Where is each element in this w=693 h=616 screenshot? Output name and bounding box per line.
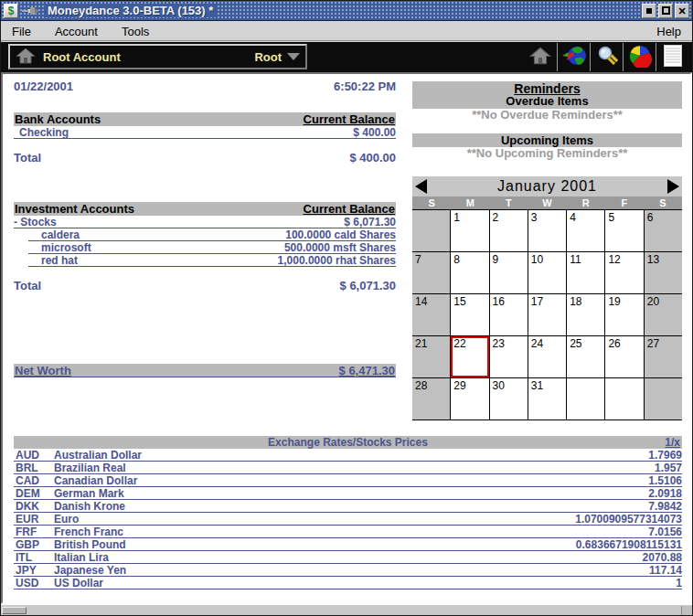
account-row[interactable]: red hat1,000.0000 rhat Shares — [28, 254, 396, 267]
calendar-day-13[interactable]: 13 — [645, 252, 682, 293]
account-link[interactable]: Checking — [14, 126, 69, 138]
calendar-day-16[interactable]: 16 — [490, 294, 528, 335]
account-row[interactable]: caldera100.0000 cald Shares — [28, 228, 396, 241]
no-upcoming-reminders-text: **No Upcoming Reminders** — [412, 147, 682, 160]
account-selector-dropdown[interactable]: Root Account Root — [8, 44, 307, 69]
exchange-rate-row[interactable]: GBPBritish Pound0.6836671908115131 — [14, 538, 682, 551]
account-link[interactable]: - Stocks — [14, 216, 57, 228]
calendar-day-21[interactable]: 21 — [412, 336, 450, 377]
calendar-day-number: 29 — [453, 379, 465, 392]
close-button[interactable]: ✕ — [675, 4, 689, 18]
scrollbar-thumb[interactable] — [2, 607, 27, 614]
currency-rate: 1.5106 — [648, 474, 682, 486]
titlebar[interactable]: $ Moneydance 3.0-BETA (153) * ✕ — [1, 1, 692, 21]
calendar-day-20[interactable]: 20 — [645, 294, 682, 335]
calendar-day-31[interactable]: 31 — [528, 378, 566, 420]
calendar-day-29[interactable]: 29 — [451, 378, 488, 420]
exchange-rate-row[interactable]: DKKDanish Krone7.9842 — [14, 500, 682, 513]
calendar-day-number: 7 — [415, 253, 421, 266]
calendar-day-1[interactable]: 1 — [451, 210, 488, 251]
calendar-day-10[interactable]: 10 — [528, 252, 566, 293]
calendar-day-7[interactable]: 7 — [412, 252, 450, 293]
calendar-day-number: 22 — [453, 337, 465, 350]
exchange-rate-row[interactable]: FRFFrench Franc7.0156 — [14, 526, 682, 538]
currency-rate: 2.0918 — [648, 487, 682, 499]
account-balance: $ 400.00 — [353, 126, 396, 138]
calendar-day-8[interactable]: 8 — [451, 252, 488, 293]
calendar-day-22[interactable]: 22 — [451, 336, 488, 377]
calendar-day-25[interactable]: 25 — [567, 336, 604, 377]
currency-name: French Franc — [54, 526, 648, 537]
maximize-button[interactable] — [658, 4, 673, 18]
currency-code: EUR — [14, 513, 54, 525]
account-row[interactable]: microsoft500.0000 msft Shares — [28, 241, 396, 254]
calendar-day-26[interactable]: 26 — [605, 336, 643, 377]
calendar-day-14[interactable]: 14 — [412, 294, 450, 335]
account-link[interactable]: microsoft — [28, 241, 91, 253]
calendar-day-number: 9 — [493, 253, 499, 266]
calendar-day-6[interactable]: 6 — [645, 210, 682, 251]
calendar-grid: 1234567891011121314151617181920212223242… — [412, 209, 682, 420]
calendar-day-18[interactable]: 18 — [567, 294, 604, 335]
calendar-day-number: 20 — [647, 295, 659, 308]
exchange-rate-row[interactable]: BRLBrazilian Real1.957 — [14, 462, 682, 474]
calendar-day-24[interactable]: 24 — [528, 336, 566, 377]
calendar-day-9[interactable]: 9 — [490, 252, 528, 293]
calendar-day-17[interactable]: 17 — [528, 294, 566, 335]
current-date: 01/22/2001 — [14, 80, 73, 93]
calendar-day-19[interactable]: 19 — [605, 294, 643, 335]
next-month-button[interactable] — [667, 179, 679, 194]
search-button[interactable] — [590, 43, 623, 71]
online-banking-button[interactable] — [557, 43, 590, 71]
exchange-rate-row[interactable]: DEMGerman Mark2.0918 — [14, 487, 682, 500]
calendar-day-11[interactable]: 11 — [567, 252, 604, 293]
resize-grip[interactable] — [681, 606, 692, 615]
bank-total-label: Total — [14, 152, 41, 165]
calendar-day-number: 21 — [415, 337, 427, 350]
account-row[interactable]: Checking$ 400.00 — [14, 126, 396, 139]
exchange-rate-row[interactable]: USDUS Dollar1 — [14, 577, 682, 589]
minimize-button[interactable] — [642, 4, 656, 18]
calendar-day-2[interactable]: 2 — [490, 210, 528, 251]
exchange-rate-row[interactable]: JPYJapanese Yen117.14 — [14, 564, 682, 577]
calendar-day-5[interactable]: 5 — [605, 210, 643, 251]
home-button[interactable] — [524, 43, 557, 71]
exchange-rate-row[interactable]: CADCanadian Dollar1.5106 — [14, 474, 682, 487]
account-link[interactable]: caldera — [28, 228, 80, 240]
menu-tools[interactable]: Tools — [122, 25, 149, 38]
register-button[interactable] — [656, 43, 688, 71]
calendar-day-30[interactable]: 30 — [490, 378, 528, 420]
menu-account[interactable]: Account — [55, 25, 98, 38]
previous-month-button[interactable] — [415, 179, 427, 194]
account-link[interactable]: red hat — [28, 254, 78, 266]
menu-help[interactable]: Help — [656, 25, 681, 38]
menu-file[interactable]: File — [12, 25, 31, 38]
calendar-day-15[interactable]: 15 — [451, 294, 488, 335]
exchange-rate-row[interactable]: EUREuro1.0700909577314073 — [14, 513, 682, 526]
home-icon — [16, 48, 36, 67]
rate-column-header[interactable]: 1/x — [665, 436, 680, 449]
calendar-day-12[interactable]: 12 — [605, 252, 643, 293]
exchange-rate-row[interactable]: AUDAustralian Dollar1.7969 — [14, 449, 682, 462]
pushpin-icon[interactable] — [22, 6, 40, 16]
calendar-title-bar: January 2001 — [412, 176, 682, 196]
calendar-day-4[interactable]: 4 — [567, 210, 604, 251]
account-selector-value: Root — [254, 50, 282, 64]
calendar-day-number: 3 — [531, 211, 538, 224]
exchange-rate-row[interactable]: ITLItalian Lira2070.88 — [14, 551, 682, 564]
calendar-day-3[interactable]: 3 — [528, 210, 566, 251]
calendar-day-27[interactable]: 27 — [645, 336, 682, 377]
reports-button[interactable] — [623, 43, 656, 71]
currency-code: ITL — [14, 551, 54, 563]
horizontal-scrollbar[interactable] — [1, 604, 692, 615]
account-row[interactable]: - Stocks$ 6,071.30 — [14, 216, 396, 228]
currency-name: British Pound — [54, 538, 576, 550]
calendar-day-number: 5 — [608, 211, 614, 224]
exchange-rates-header: Exchange Rates/Stocks Prices 1/x — [14, 436, 682, 449]
currency-name: Brazilian Real — [54, 462, 655, 473]
calendar-day-23[interactable]: 23 — [490, 336, 528, 377]
menubar-left: FileAccountTools — [12, 25, 149, 38]
calendar-day-28[interactable]: 28 — [412, 378, 450, 420]
investment-total-value: $ 6,071.30 — [340, 280, 396, 292]
calendar-day-number: 11 — [570, 253, 581, 266]
